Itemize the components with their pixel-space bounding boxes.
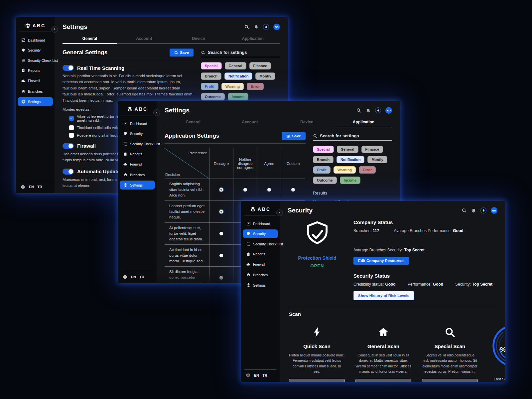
lang-tr[interactable]: TR: [140, 275, 144, 279]
chip-special[interactable]: Special: [313, 146, 334, 153]
tab-application[interactable]: Application: [335, 118, 392, 127]
sidebar-collapse-button[interactable]: ‹: [51, 26, 58, 33]
avatar[interactable]: BD: [385, 107, 392, 114]
chip-outcome[interactable]: Outcome: [313, 177, 337, 184]
settings-search-input[interactable]: [320, 133, 392, 138]
sidebar-item-settings[interactable]: Settings: [243, 281, 278, 290]
radio[interactable]: [219, 276, 223, 280]
tab-application[interactable]: Application: [226, 35, 280, 43]
lang-en[interactable]: EN: [254, 373, 259, 377]
search-icon[interactable]: [356, 108, 361, 113]
checkbox-checked[interactable]: ✓: [69, 116, 74, 121]
radio[interactable]: [243, 188, 247, 192]
chip-income[interactable]: Income: [228, 93, 249, 100]
matrix-row-label: Sagittis adipiscing vitae lacinia vel ni…: [165, 179, 209, 201]
sidebar-item-reports[interactable]: Reports: [243, 250, 278, 258]
tab-account[interactable]: Account: [117, 35, 172, 43]
sidebar-collapse-button[interactable]: ‹: [153, 109, 160, 116]
general-scan-button[interactable]: Scan: [355, 379, 411, 382]
sidebar-item-security[interactable]: Security: [243, 229, 278, 238]
droplet-icon[interactable]: [263, 24, 269, 30]
radio[interactable]: [267, 188, 271, 192]
search-icon[interactable]: [244, 24, 249, 30]
bell-icon[interactable]: [471, 208, 476, 213]
content: Security BD Protection Shield OPEN Compa…: [280, 201, 505, 382]
checkbox[interactable]: [69, 125, 74, 130]
search-icon[interactable]: [462, 208, 467, 213]
sidebar-item-dashboard[interactable]: Dashboard: [243, 219, 278, 228]
chip-general[interactable]: General: [225, 62, 246, 69]
chip-branch[interactable]: Branch: [313, 156, 333, 163]
tab-account[interactable]: Account: [221, 118, 278, 127]
sidebar-collapse-button[interactable]: ‹: [276, 209, 283, 216]
automatic-updates-toggle[interactable]: [63, 169, 74, 175]
sidebar-item-dashboard[interactable]: Dashboard: [18, 36, 53, 45]
sidebar-item-reports[interactable]: Reports: [120, 150, 155, 158]
chip-finance[interactable]: Finance: [249, 62, 271, 69]
tab-general[interactable]: General: [165, 118, 221, 127]
search-icon: [444, 326, 456, 339]
sidebar-item-security-check-list[interactable]: Security Check List: [18, 56, 53, 65]
droplet-icon[interactable]: [480, 207, 486, 213]
chip-special[interactable]: Special: [201, 62, 222, 69]
settings-search-input[interactable]: [208, 50, 280, 55]
chip-notification[interactable]: Notification: [336, 156, 365, 163]
radio[interactable]: [291, 188, 295, 192]
sidebar-item-branches[interactable]: Branches: [18, 87, 53, 96]
checkbox[interactable]: [69, 133, 74, 138]
chip-branch[interactable]: Branch: [201, 72, 221, 80]
sidebar-item-settings[interactable]: Settings: [18, 97, 53, 106]
save-button[interactable]: Save: [282, 132, 306, 140]
show-history-risk-levels-button[interactable]: Show History of Risk Levels: [353, 291, 414, 300]
chip-warning[interactable]: Warning: [221, 83, 244, 90]
lang-en[interactable]: EN: [131, 275, 136, 279]
sidebar-item-security-check-list[interactable]: Security Check List: [243, 239, 278, 248]
sidebar-item-settings[interactable]: Settings: [120, 181, 155, 190]
radio-selected[interactable]: [219, 209, 224, 214]
chip-outcome[interactable]: Outcome: [201, 93, 225, 100]
sidebar-item-branches[interactable]: Branches: [120, 170, 155, 179]
chip-montly[interactable]: Montly: [255, 72, 275, 80]
sidebar-item-dashboard[interactable]: Dashboard: [120, 119, 155, 128]
sidebar-item-security[interactable]: Security: [18, 46, 53, 55]
sidebar-item-firewall[interactable]: Firewall: [18, 76, 53, 85]
chip-profit[interactable]: Profit: [201, 83, 218, 90]
chip-finance[interactable]: Finance: [361, 146, 383, 153]
radio[interactable]: [219, 232, 223, 235]
tab-device[interactable]: Device: [171, 35, 226, 43]
edit-company-resources-button[interactable]: Edit Company Resources: [353, 257, 409, 265]
sidebar-item-firewall[interactable]: Firewall: [243, 260, 278, 269]
radio[interactable]: [219, 254, 223, 257]
lang-en[interactable]: EN: [29, 185, 34, 189]
droplet-icon[interactable]: [375, 107, 381, 113]
chip-error[interactable]: Error: [359, 166, 376, 174]
chip-error[interactable]: Error: [247, 83, 264, 90]
chip-notification[interactable]: Notification: [224, 72, 253, 80]
lang-tr[interactable]: TR: [263, 373, 267, 377]
avatar[interactable]: BD: [491, 207, 497, 214]
chip-profit[interactable]: Profit: [313, 166, 331, 174]
chip-income[interactable]: Income: [340, 177, 361, 184]
save-button[interactable]: Save: [170, 49, 194, 57]
divider: [244, 215, 276, 215]
sidebar-item-branches[interactable]: Branches: [243, 270, 278, 279]
sidebar-item-security-check-list[interactable]: Security Check List: [120, 139, 155, 148]
quick-scan-button[interactable]: Scan: [289, 379, 345, 382]
real-time-scanning-toggle[interactable]: [63, 65, 74, 71]
chip-montly[interactable]: Montly: [367, 156, 387, 163]
radio-selected[interactable]: [219, 187, 224, 192]
chip-warning[interactable]: Warning: [333, 166, 356, 174]
sidebar-item-reports[interactable]: Reports: [18, 66, 53, 75]
divider: [165, 143, 306, 144]
bell-icon[interactable]: [366, 108, 371, 113]
tab-device[interactable]: Device: [278, 118, 335, 127]
sidebar-item-firewall[interactable]: Firewall: [120, 160, 155, 169]
tab-general[interactable]: General: [63, 35, 117, 43]
special-scan-button[interactable]: Scan: [422, 379, 478, 382]
chip-general[interactable]: General: [337, 146, 358, 153]
lang-tr[interactable]: TR: [38, 185, 42, 189]
bell-icon[interactable]: [254, 25, 259, 30]
avatar[interactable]: BD: [273, 24, 280, 30]
firawall-toggle[interactable]: [63, 143, 74, 149]
sidebar-item-security[interactable]: Security: [120, 129, 155, 138]
